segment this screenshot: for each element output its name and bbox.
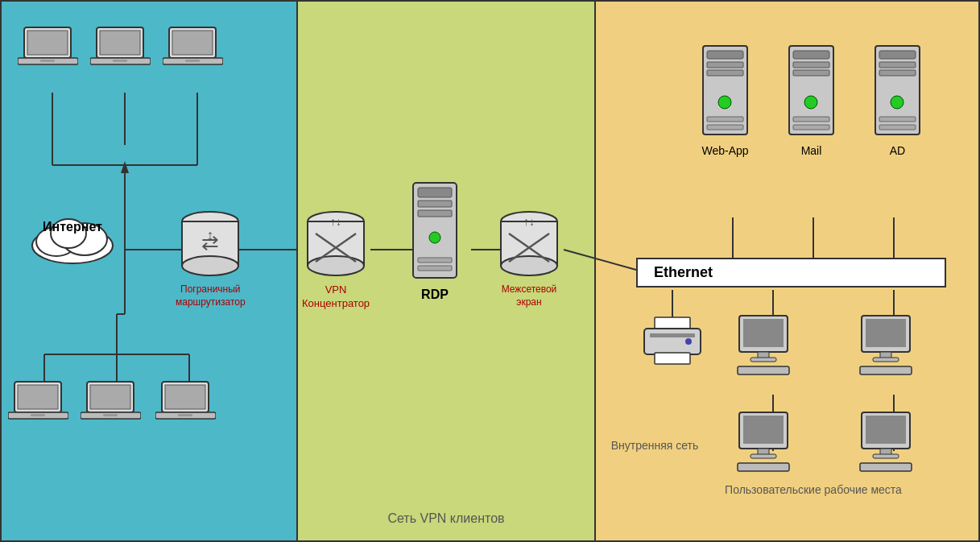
svg-point-70 [718, 96, 731, 109]
svg-rect-41 [185, 60, 200, 62]
svg-rect-33 [40, 60, 55, 62]
svg-rect-106 [738, 463, 789, 471]
svg-rect-111 [860, 463, 912, 471]
svg-rect-54 [418, 188, 452, 197]
svg-rect-105 [751, 454, 776, 458]
svg-rect-31 [27, 31, 68, 55]
border-router: ⇄ ↕ Пограничныймаршрутизатор [176, 209, 246, 308]
vpn-concentrator-label: VPNКонцентратор [302, 283, 370, 311]
svg-rect-37 [113, 60, 127, 62]
user-workstations-label: Пользовательские рабочие места [709, 483, 918, 496]
bottom-workstation-1 [8, 379, 68, 427]
svg-rect-82 [879, 62, 916, 68]
svg-point-77 [804, 96, 817, 109]
svg-rect-95 [751, 358, 776, 362]
workstation-4 [854, 411, 918, 475]
workstation-2 [854, 314, 918, 379]
workstation-3 [731, 411, 796, 475]
svg-rect-56 [418, 210, 452, 217]
svg-rect-83 [879, 70, 916, 76]
svg-rect-79 [793, 125, 829, 130]
svg-rect-100 [873, 358, 899, 362]
svg-point-49 [308, 256, 364, 275]
svg-rect-98 [866, 319, 906, 347]
internet-label: Интернет [24, 220, 121, 234]
internet-icon: Интернет [24, 205, 121, 266]
svg-rect-76 [793, 70, 829, 76]
workstation-1 [731, 314, 796, 379]
laptop-1 [18, 24, 78, 72]
svg-text:↑↓: ↑↓ [523, 215, 535, 228]
svg-rect-67 [707, 51, 743, 59]
svg-rect-59 [418, 266, 452, 271]
svg-rect-85 [879, 117, 916, 122]
firewall: ↑↓ Межсетевойэкран [497, 209, 561, 308]
svg-rect-55 [418, 201, 452, 207]
svg-rect-117 [90, 385, 130, 409]
network-diagram: Сеть VPN клиентов [0, 0, 980, 542]
svg-rect-58 [418, 258, 452, 263]
firewall-label: Межсетевойэкран [502, 283, 557, 308]
svg-rect-93 [743, 319, 784, 347]
svg-rect-86 [879, 125, 916, 130]
ethernet-switch: Ethernet [636, 258, 946, 288]
svg-point-91 [685, 338, 692, 345]
svg-point-57 [429, 232, 440, 243]
server-ad: AD [871, 44, 924, 157]
svg-rect-90 [655, 353, 690, 364]
ad-label: AD [890, 144, 905, 157]
svg-rect-75 [793, 62, 829, 68]
server-mail: Mail [785, 44, 837, 157]
svg-rect-101 [860, 366, 912, 374]
svg-point-84 [891, 96, 904, 109]
svg-rect-113 [18, 385, 58, 409]
svg-rect-72 [707, 125, 743, 130]
svg-rect-108 [866, 416, 906, 444]
svg-rect-35 [100, 31, 140, 55]
svg-text:↕: ↕ [207, 227, 214, 243]
border-router-label: Пограничныймаршрутизатор [176, 283, 246, 308]
svg-point-62 [501, 256, 557, 275]
web-app-label: Web-App [701, 144, 748, 157]
svg-rect-68 [707, 62, 743, 68]
mail-label: Mail [801, 144, 822, 157]
internal-net-label: Внутренняя сеть [602, 439, 707, 452]
rdp-server: RDP [407, 181, 463, 302]
svg-rect-110 [873, 454, 899, 458]
svg-rect-39 [172, 31, 213, 55]
svg-text:↑↓: ↑↓ [330, 215, 341, 228]
svg-rect-89 [650, 333, 695, 337]
server-web-app: Web-App [699, 44, 751, 157]
svg-rect-69 [707, 70, 743, 76]
bottom-workstation-3 [155, 379, 216, 427]
svg-rect-121 [165, 385, 205, 409]
svg-rect-103 [743, 416, 784, 444]
svg-rect-78 [793, 117, 829, 122]
svg-rect-88 [644, 329, 701, 354]
svg-rect-123 [178, 414, 192, 416]
svg-rect-81 [879, 51, 916, 59]
svg-rect-119 [103, 414, 118, 416]
laptop-2 [90, 24, 151, 72]
vpn-concentrator: ↑↓ VPNКонцентратор [302, 209, 370, 311]
svg-rect-115 [31, 414, 45, 416]
laptop-3 [163, 24, 223, 72]
svg-rect-96 [738, 366, 789, 374]
svg-rect-74 [793, 51, 829, 59]
zone-middle-label: Сеть VPN клиентов [298, 511, 594, 526]
zone-left [0, 0, 298, 542]
printer [640, 314, 705, 370]
bottom-workstation-2 [81, 379, 141, 427]
svg-point-44 [182, 256, 238, 275]
svg-rect-71 [707, 117, 743, 122]
rdp-label: RDP [421, 288, 449, 302]
ethernet-label: Ethernet [654, 264, 713, 280]
